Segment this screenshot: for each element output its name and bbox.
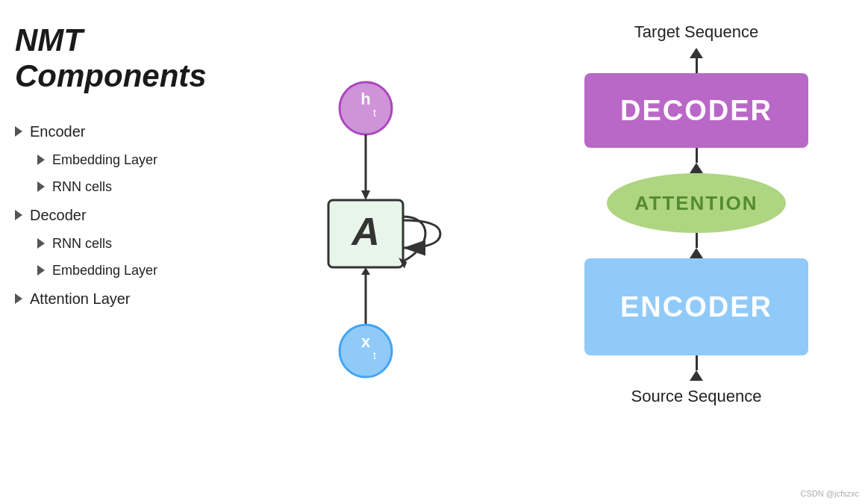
center-diagram: h t A x t [284, 75, 448, 388]
svg-text:x: x [361, 332, 371, 351]
main-title: NMT Components [15, 22, 276, 94]
svg-text:A: A [350, 210, 380, 253]
svg-text:t: t [373, 107, 376, 119]
attention-ellipse: ATTENTION [607, 173, 786, 233]
outline-list: Encoder Embedding Layer RNN cells Decode… [15, 116, 276, 314]
line-src-encoder [696, 355, 698, 370]
list-item-attention: Attention Layer [15, 284, 276, 314]
svg-text:h: h [360, 90, 370, 108]
watermark: CSDN @jcfszxc [801, 489, 859, 498]
encoder-box: ENCODER [584, 258, 808, 355]
target-sequence-label: Target Sequence [634, 22, 758, 42]
right-diagram: Target Sequence DECODER ATTENTION ENCODE… [562, 22, 831, 406]
arrowhead-attn-decoder [690, 163, 703, 173]
list-item-embedding-2: Embedding Layer [37, 257, 276, 284]
list-item-embedding-1: Embedding Layer [37, 146, 276, 173]
arrow-icon-1 [15, 126, 22, 137]
arrow-icon-4 [15, 210, 22, 220]
arrowhead-enc-attn [690, 248, 703, 258]
arrow-icon-6 [37, 265, 45, 276]
center-diagram-svg: h t A x t [284, 75, 448, 388]
left-panel: NMT Components Encoder Embedding Layer R… [15, 22, 276, 314]
line-enc-attn [696, 233, 698, 248]
list-item-rnn-2: RNN cells [37, 230, 276, 257]
svg-text:t: t [373, 349, 376, 361]
arrow-head-target [690, 48, 703, 58]
line-attn-decoder [696, 148, 698, 163]
arrow-src-encoder [690, 355, 703, 381]
svg-marker-4 [361, 190, 370, 200]
arrow-icon-5 [37, 238, 45, 249]
list-item-rnn-1: RNN cells [37, 173, 276, 200]
arrow-to-target [690, 48, 703, 73]
source-sequence-label: Source Sequence [631, 387, 762, 406]
arrowhead-src-encoder [690, 370, 703, 381]
list-item-decoder: Decoder [15, 200, 276, 230]
arrow-icon-7 [15, 293, 22, 304]
list-item-encoder: Encoder [15, 116, 276, 146]
arrow-icon-3 [37, 181, 45, 192]
arrow-attn-decoder [690, 148, 703, 173]
line-to-target [696, 58, 698, 73]
decoder-box: DECODER [584, 73, 808, 148]
arrow-enc-attn [690, 233, 703, 258]
arrow-icon-2 [37, 155, 45, 165]
